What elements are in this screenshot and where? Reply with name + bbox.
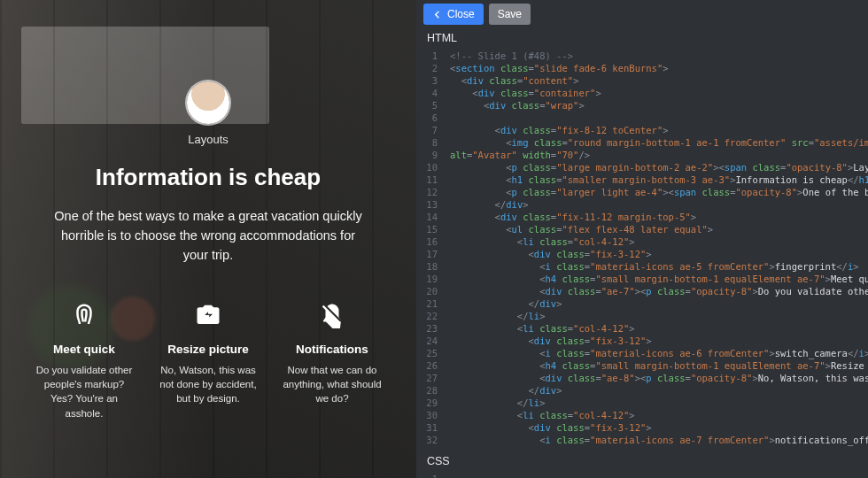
close-button[interactable]: Close bbox=[423, 4, 484, 25]
avatar bbox=[187, 81, 229, 124]
feature-heading: Meet quick bbox=[53, 343, 115, 356]
feature-item: Meet quick Do you validate other people'… bbox=[32, 300, 136, 420]
switch-camera-icon bbox=[193, 300, 223, 330]
code-body[interactable] bbox=[450, 473, 868, 478]
chevron-left-icon bbox=[432, 10, 442, 19]
feature-heading: Resize picture bbox=[167, 343, 249, 356]
preview-content: Layouts Information is cheap One of the … bbox=[0, 0, 416, 420]
close-button-label: Close bbox=[447, 8, 475, 20]
preview-subtitle: One of the best ways to make a great vac… bbox=[49, 207, 368, 265]
code-body[interactable]: <!-- Slide 1 (#48) --> <section class="s… bbox=[450, 50, 868, 446]
section-label-css: CSS bbox=[416, 451, 868, 469]
preview-title: Information is cheap bbox=[96, 164, 321, 191]
save-button-label: Save bbox=[498, 8, 522, 20]
fingerprint-icon bbox=[69, 300, 99, 330]
feature-item: Resize picture No, Watson, this was not … bbox=[156, 300, 260, 420]
slide-preview: Layouts Information is cheap One of the … bbox=[0, 0, 416, 478]
app-root: Layouts Information is cheap One of the … bbox=[0, 0, 868, 478]
line-gutter: 1 bbox=[416, 473, 445, 478]
feature-body: Do you validate other people's markup? Y… bbox=[32, 363, 136, 420]
notifications-off-icon bbox=[317, 300, 347, 330]
feature-row: Meet quick Do you validate other people'… bbox=[32, 300, 384, 420]
line-gutter: 1234567891011121314151617181920212223242… bbox=[416, 50, 445, 446]
editor-toolbar: Close Save bbox=[416, 0, 868, 28]
section-label-html: HTML bbox=[416, 28, 868, 46]
editor-panel: Close Save HTML 123456789101112131415161… bbox=[416, 0, 868, 478]
save-button[interactable]: Save bbox=[489, 4, 531, 25]
feature-body: No, Watson, this was not done by acciden… bbox=[156, 363, 260, 405]
feature-heading: Notifications bbox=[296, 343, 368, 356]
avatar-label: Layouts bbox=[188, 133, 229, 146]
code-editor-css[interactable]: 1 bbox=[416, 469, 868, 478]
feature-item: Notifications Now that we can do anythin… bbox=[280, 300, 384, 420]
code-editor-html[interactable]: 1234567891011121314151617181920212223242… bbox=[416, 46, 868, 451]
feature-body: Now that we can do anything, what should… bbox=[280, 363, 384, 405]
